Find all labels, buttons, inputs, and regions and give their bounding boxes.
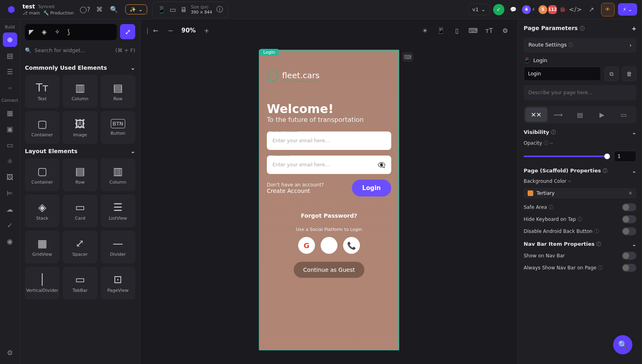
pages-rail-icon[interactable]: ▤ xyxy=(3,49,17,63)
search-fab[interactable]: 🔍 xyxy=(613,335,632,354)
ai-tool-dropdown[interactable]: ✨ ⌄ xyxy=(125,4,147,14)
status-ok-badge[interactable]: ✓ xyxy=(493,4,504,15)
show-nav-toggle[interactable] xyxy=(622,252,636,260)
guest-button[interactable]: Continue as Guest xyxy=(294,262,365,278)
opacity-slider[interactable] xyxy=(524,156,610,157)
text-widget[interactable]: TᴛText xyxy=(25,75,59,108)
command-icon[interactable]: ⌘ xyxy=(93,3,106,16)
page-params-header[interactable]: Page Parameters ⓘ + xyxy=(524,25,636,32)
light-mode-icon[interactable]: ☀ xyxy=(418,24,432,37)
password-field[interactable]: Password Enter your email here... 👁‍🗨 xyxy=(267,156,391,174)
forgot-password-link[interactable]: Forgot Password? xyxy=(267,212,391,219)
image-widget[interactable]: 🖼Image xyxy=(63,111,97,144)
vdivider-widget[interactable]: │VerticalDivider xyxy=(25,267,59,299)
search-icon[interactable]: 🔍 xyxy=(108,3,120,16)
apple-login-button[interactable] xyxy=(321,237,337,254)
purple-count-badge[interactable]: 4 xyxy=(522,5,531,14)
phone-device-icon[interactable]: 📱 xyxy=(157,6,166,14)
text-size-icon[interactable]: ᴛT xyxy=(482,24,496,37)
container-widget[interactable]: ▢Container xyxy=(25,111,59,144)
actions-tab-icon[interactable]: ⟿ xyxy=(547,107,569,122)
test-rail-icon[interactable]: ◉ xyxy=(3,234,17,249)
preview-button[interactable]: 👁 xyxy=(601,3,615,16)
tablet-preview-icon[interactable]: ▯ xyxy=(450,24,464,37)
keyboard-icon[interactable]: ⌨ xyxy=(466,24,480,37)
stack-widget[interactable]: ◈Stack xyxy=(25,194,59,227)
expand-panel-button[interactable]: ⤢ xyxy=(120,24,135,39)
create-account-link[interactable]: Create Account xyxy=(267,188,324,194)
card-widget[interactable]: ▭Card xyxy=(63,194,97,227)
animations-tab-icon[interactable]: ▶ xyxy=(591,107,613,122)
state-rail-icon[interactable]: ⚛ xyxy=(3,154,17,168)
lightning-icon[interactable]: ⚡ xyxy=(532,6,535,12)
zoom-value[interactable]: 90% xyxy=(181,27,196,34)
app-logo-icon[interactable]: ⬢ xyxy=(5,3,18,16)
safe-area-toggle[interactable] xyxy=(622,203,636,211)
layout-section-header[interactable]: Layout Elements⌄ xyxy=(25,144,135,158)
common-section-header[interactable]: Commonly Used Elements⌄ xyxy=(25,61,135,75)
red-count-badge[interactable]: 112 xyxy=(548,5,557,14)
hide-keyboard-toggle[interactable] xyxy=(622,215,636,223)
backend-tab-icon[interactable]: ▤ xyxy=(569,107,591,122)
widgets-rail-icon[interactable]: ⊕ xyxy=(3,32,17,47)
frame-label[interactable]: Login xyxy=(260,49,278,56)
bug-icon[interactable]: 🐞 xyxy=(559,6,566,12)
run-button[interactable]: ⚡⌄ xyxy=(618,3,637,16)
row-widget-2[interactable]: ▤Row xyxy=(63,158,97,191)
media-rail-icon[interactable]: 🖼 xyxy=(3,170,17,184)
settings-rail-icon[interactable]: ⚙ xyxy=(3,346,17,360)
orange-count-badge[interactable]: 5 xyxy=(538,5,547,14)
listview-widget[interactable]: ☰ListView xyxy=(101,194,135,227)
zoom-out-button[interactable]: − xyxy=(164,24,177,37)
duplicate-page-button[interactable]: ⧉ xyxy=(604,67,619,81)
bg-color-chip[interactable]: Tertiary ✕ xyxy=(524,188,636,198)
row-widget[interactable]: ▤Row xyxy=(101,75,135,108)
cloud-rail-icon[interactable]: ☁ xyxy=(3,202,17,216)
page-name-input[interactable] xyxy=(524,67,601,81)
opacity-value-input[interactable] xyxy=(614,151,636,162)
spacer-widget[interactable]: ⤢Spacer xyxy=(63,231,97,263)
tree-rail-icon[interactable]: ☰ xyxy=(3,65,17,79)
phone-preview-icon[interactable]: 📱 xyxy=(434,24,448,37)
google-login-button[interactable]: G xyxy=(298,237,315,254)
app-frame[interactable]: fleet.cars Welcome! To the future of tra… xyxy=(259,50,399,350)
help-icon[interactable]: ◯? xyxy=(79,3,91,16)
tabbar-widget[interactable]: ▭TabBar xyxy=(63,267,97,299)
column-widget-2[interactable]: ▥Column xyxy=(101,158,135,191)
code-icon[interactable]: </> xyxy=(569,3,582,16)
column-widget[interactable]: ▥Column xyxy=(63,75,97,108)
email-field[interactable]: Email Address Enter your email here... xyxy=(267,131,391,150)
login-button[interactable]: Login xyxy=(352,180,391,196)
scaffold-section[interactable]: Page (Scaffold) Properties ⓘ ⌄ xyxy=(524,168,636,174)
desktop-device-icon[interactable]: 🖥 xyxy=(180,6,187,14)
firestore-rail-icon[interactable]: ▭ xyxy=(3,138,17,152)
tablet-device-icon[interactable]: ▭ xyxy=(170,6,176,14)
add-param-icon[interactable]: + xyxy=(632,25,636,32)
navbar-section[interactable]: Nav Bar Item Properties ⓘ ⌄ xyxy=(524,241,636,248)
delete-page-button[interactable]: 🗑 xyxy=(622,67,636,81)
toggle-password-icon[interactable]: 👁‍🗨 xyxy=(378,161,386,169)
divider-widget[interactable]: —Divider xyxy=(101,231,135,263)
gridview-widget[interactable]: ▦GridView xyxy=(25,231,59,263)
db-rail-icon[interactable]: ▦ xyxy=(3,106,17,120)
data-rail-icon[interactable]: ⎓ xyxy=(3,81,17,95)
close-icon[interactable]: ✕ xyxy=(628,190,632,196)
phone-login-button[interactable]: 📞 xyxy=(343,237,360,254)
docs-tab-icon[interactable]: ▭ xyxy=(613,107,635,122)
flutter-template-button[interactable]: ◤ ◈ ✧ ⟆ xyxy=(25,24,117,40)
widget-search-input[interactable]: 🔍 Search for widget... (⌘ + F) xyxy=(25,45,135,56)
container-widget-2[interactable]: ▢Container xyxy=(25,158,59,191)
version-dropdown[interactable]: v1 ⌄ xyxy=(468,4,490,15)
disable-back-toggle[interactable] xyxy=(622,227,636,235)
open-external-icon[interactable]: ↗ xyxy=(585,3,598,16)
keyboard-badge[interactable]: ⌨ xyxy=(402,52,413,62)
theme-rail-icon[interactable]: ⊨ xyxy=(3,186,17,200)
check-rail-icon[interactable]: ✓ xyxy=(3,218,17,233)
design-tab-icon[interactable]: ✕✕ xyxy=(525,107,547,122)
button-widget[interactable]: BTNButton xyxy=(101,111,135,144)
api-rail-icon[interactable]: ▣ xyxy=(3,122,17,136)
zoom-in-button[interactable]: + xyxy=(200,24,213,37)
chat-icon[interactable]: 💬 xyxy=(508,4,519,15)
page-description-input[interactable]: Describe your page here... xyxy=(524,85,636,100)
canvas-settings-icon[interactable]: ⚙ xyxy=(498,24,512,37)
